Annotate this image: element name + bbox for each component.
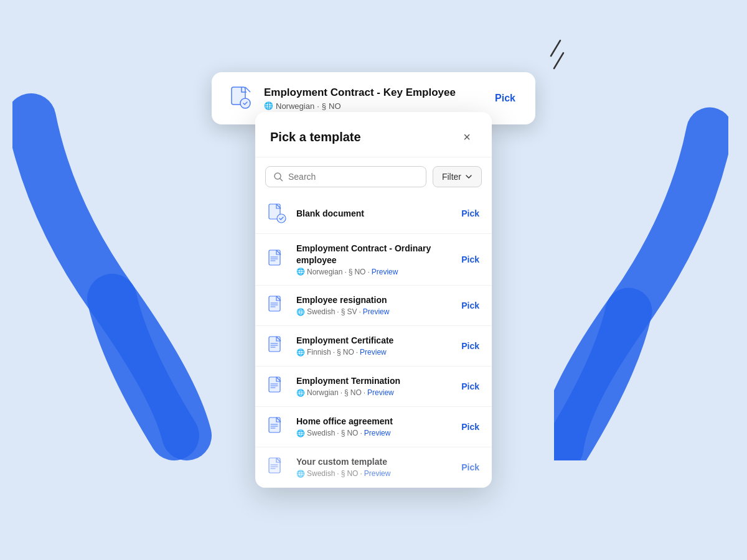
item-text-3: Employment Termination 🌐 Norwgian · § NO…: [296, 375, 450, 397]
item-text-4: Home office agreement 🌐 Swedish · § NO ·…: [296, 416, 450, 437]
pick-button-2[interactable]: Pick: [459, 338, 482, 353]
item-meta-1: 🌐 Swedish · § SV · Preview: [296, 307, 450, 316]
sec-4: NO: [347, 429, 358, 437]
expanded-section: NO: [329, 101, 341, 111]
expanded-language: Norwegian: [276, 101, 314, 111]
lang-icon-5: 🌐: [296, 470, 305, 478]
chevron-down-icon: [465, 173, 472, 180]
item-title-0: Employment Contract - Ordinary employee: [296, 243, 450, 265]
blank-doc-icon: [265, 202, 288, 225]
sec-icon-2: §: [337, 348, 341, 357]
filter-label: Filter: [442, 172, 461, 182]
lang-1: Swedish: [307, 307, 335, 316]
sec-0: NO: [354, 268, 365, 276]
template-item-4: Home office agreement 🌐 Swedish · § NO ·…: [255, 407, 492, 447]
template-item-1: Employee resignation 🌐 Swedish · § SV · …: [255, 286, 492, 326]
lang-icon-2: 🌐: [296, 348, 305, 357]
template-item-2: Employment Certificate 🌐 Finnish · § NO …: [255, 326, 492, 366]
lang-3: Norwgian: [307, 388, 339, 397]
pick-button-0[interactable]: Pick: [459, 252, 482, 267]
modal-header: Pick a template ×: [255, 112, 492, 157]
modal-wrapper: Employment Contract - Key Employee 🌐 Nor…: [212, 72, 535, 487]
item-meta-5: 🌐 Swedish · § NO · Preview: [296, 469, 450, 478]
doc-icon-5: [265, 456, 288, 478]
lang-5: Swedish: [307, 469, 335, 478]
sec-icon-5: §: [341, 469, 345, 478]
preview-link-5[interactable]: Preview: [364, 469, 391, 478]
item-title-4: Home office agreement: [296, 416, 450, 427]
doc-icon-2: [265, 335, 288, 357]
pick-button-5[interactable]: Pick: [459, 460, 482, 475]
doc-icon-1: [265, 294, 288, 317]
template-picker-modal: Pick a template × Filter: [255, 112, 492, 487]
svg-line-0: [551, 40, 560, 56]
preview-link-0[interactable]: Preview: [372, 268, 398, 276]
pick-button-1[interactable]: Pick: [459, 298, 482, 313]
sec-icon-3: §: [344, 388, 349, 397]
lang-4: Swedish: [307, 429, 335, 437]
bg-decoration-right: [554, 100, 728, 460]
expanded-pick-button[interactable]: Pick: [490, 90, 520, 106]
expanded-card-title: Employment Contract - Key Employee: [264, 86, 480, 99]
svg-line-5: [280, 179, 283, 181]
item-title-2: Employment Certificate: [296, 335, 450, 346]
sec-icon-0: §: [349, 268, 353, 276]
filter-button[interactable]: Filter: [433, 166, 482, 187]
doc-icon-4: [265, 416, 288, 438]
item-title-1: Employee resignation: [296, 294, 450, 306]
item-text-5: Your custom template 🌐 Swedish · § NO · …: [296, 456, 450, 478]
svg-line-1: [554, 53, 563, 68]
item-meta-4: 🌐 Swedish · § NO · Preview: [296, 429, 450, 437]
sec-5: NO: [347, 469, 358, 478]
item-title-5: Your custom template: [296, 456, 450, 467]
search-input-wrap: [265, 166, 426, 187]
bg-decorative-lines: [523, 37, 566, 75]
blank-document-item: Blank document Pick: [255, 194, 492, 234]
doc-icon-0: [265, 248, 288, 271]
sec-3: NO: [350, 388, 362, 397]
pick-button-4[interactable]: Pick: [459, 419, 482, 434]
item-meta-3: 🌐 Norwgian · § NO · Preview: [296, 388, 450, 397]
item-text-2: Employment Certificate 🌐 Finnish · § NO …: [296, 335, 450, 357]
search-row: Filter: [255, 157, 492, 194]
blank-document-title: Blank document: [296, 208, 450, 218]
item-text-1: Employee resignation 🌐 Swedish · § SV · …: [296, 294, 450, 316]
item-title-3: Employment Termination: [296, 375, 450, 386]
preview-link-1[interactable]: Preview: [363, 307, 390, 316]
template-item-5: Your custom template 🌐 Swedish · § NO · …: [255, 447, 492, 488]
modal-title: Pick a template: [270, 130, 361, 144]
pick-button-3[interactable]: Pick: [459, 379, 482, 394]
template-list: Blank document Pick Employment Co: [255, 194, 492, 487]
sec-2: NO: [343, 348, 354, 357]
expanded-card-text: Employment Contract - Key Employee 🌐 Nor…: [264, 86, 480, 111]
sec-icon-4: §: [341, 429, 345, 437]
template-item-3: Employment Termination 🌐 Norwgian · § NO…: [255, 366, 492, 407]
search-input[interactable]: [288, 172, 418, 182]
sec-icon-1: §: [341, 307, 345, 316]
sec-1: SV: [347, 307, 357, 316]
preview-link-3[interactable]: Preview: [367, 388, 394, 397]
lang-icon-1: 🌐: [296, 308, 305, 316]
item-text-0: Employment Contract - Ordinary employee …: [296, 243, 450, 276]
item-meta-2: 🌐 Finnish · § NO · Preview: [296, 348, 450, 357]
lang-icon-0: 🌐: [296, 268, 305, 276]
lang-2: Finnish: [307, 348, 331, 357]
close-button[interactable]: ×: [457, 127, 477, 147]
item-meta-0: 🌐 Norwegian · § NO · Preview: [296, 268, 450, 276]
svg-point-7: [277, 214, 286, 223]
blank-pick-button[interactable]: Pick: [459, 206, 482, 221]
section-icon: §: [322, 101, 326, 111]
bg-decoration-left: [12, 87, 212, 460]
language-icon: 🌐: [264, 101, 273, 110]
preview-link-4[interactable]: Preview: [364, 429, 391, 437]
doc-icon-expanded: [227, 85, 254, 112]
lang-0: Norwegian: [307, 268, 342, 276]
preview-link-2[interactable]: Preview: [360, 348, 387, 357]
template-item-0: Employment Contract - Ordinary employee …: [255, 234, 492, 285]
search-icon: [273, 172, 283, 182]
expanded-card-meta: 🌐 Norwegian · § NO: [264, 101, 480, 111]
doc-icon-3: [265, 375, 288, 398]
lang-icon-4: 🌐: [296, 429, 305, 437]
lang-icon-3: 🌐: [296, 389, 305, 397]
